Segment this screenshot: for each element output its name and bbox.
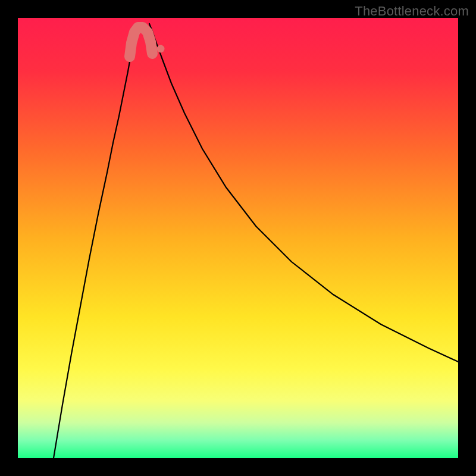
curve-right-branch bbox=[149, 24, 458, 362]
outer-frame: TheBottleneck.com bbox=[0, 0, 476, 476]
curve-layer bbox=[18, 18, 458, 458]
curve-left-branch bbox=[54, 24, 137, 458]
marker-cluster bbox=[130, 27, 152, 57]
watermark-text: TheBottleneck.com bbox=[355, 4, 469, 19]
marker-dot bbox=[157, 45, 165, 53]
plot-area bbox=[18, 18, 458, 458]
